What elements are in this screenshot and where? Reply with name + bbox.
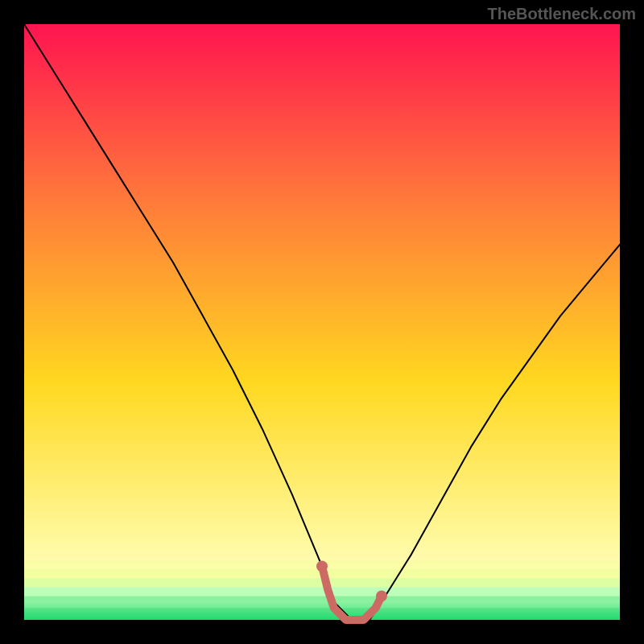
svg-rect-6 <box>24 596 620 608</box>
chart-svg <box>0 0 644 644</box>
svg-point-9 <box>376 590 387 601</box>
svg-rect-1 <box>24 24 620 620</box>
attribution-label: TheBottleneck.com <box>488 5 636 23</box>
svg-rect-5 <box>24 587 620 596</box>
svg-rect-7 <box>24 608 620 620</box>
svg-point-8 <box>316 560 328 572</box>
bottleneck-chart: TheBottleneck.com <box>0 0 644 644</box>
